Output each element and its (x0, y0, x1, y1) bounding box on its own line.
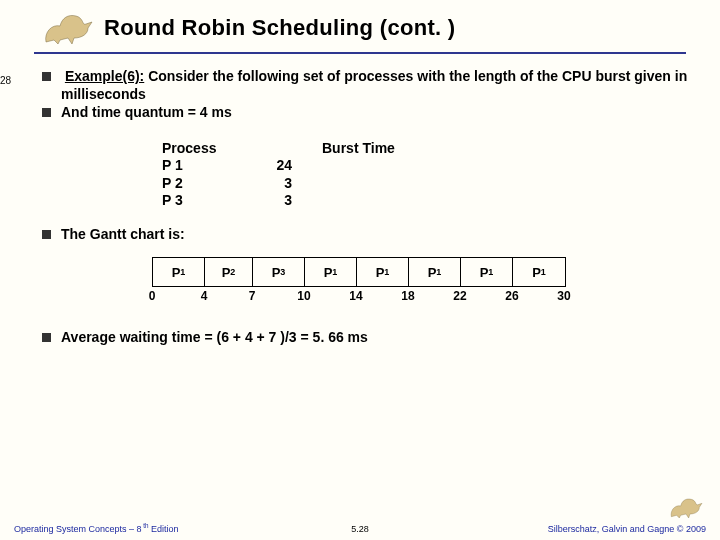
gantt-tick: 10 (297, 289, 310, 303)
footer-right-text: Silberschatz, Galvin and Gagne © 2009 (548, 524, 706, 534)
gantt-tick: 14 (349, 289, 362, 303)
gantt-cell: P1 (153, 258, 205, 286)
side-page-number: 28 (0, 75, 11, 86)
bullet-gantt-text: The Gantt chart is: (61, 226, 185, 244)
bullet-example: Example(6): Consider the following set o… (42, 68, 700, 103)
slide: 28 Round Robin Scheduling (cont. ) Examp… (0, 0, 720, 540)
dinosaur-icon (666, 494, 706, 522)
col-header-burst: Burst Time (322, 140, 395, 158)
bullet-example-text: Consider the following set of processes … (61, 68, 687, 102)
bullet-quantum-text: And time quantum = 4 ms (61, 104, 232, 122)
burst-cell: 24 (232, 157, 292, 175)
proc-cell: P 1 (162, 157, 232, 175)
gantt-tick: 22 (453, 289, 466, 303)
slide-header: Round Robin Scheduling (cont. ) (0, 8, 720, 54)
proc-cell: P 3 (162, 192, 232, 210)
bullet-marker-icon (42, 72, 51, 81)
slide-title: Round Robin Scheduling (cont. ) (104, 15, 455, 41)
slide-content: Example(6): Consider the following set o… (42, 68, 700, 348)
bullet-average-text: Average waiting time = (6 + 4 + 7 )/3 = … (61, 329, 368, 347)
gantt-tick: 0 (149, 289, 156, 303)
bullet-marker-icon (42, 333, 51, 342)
gantt-tick: 18 (401, 289, 414, 303)
burst-cell: 3 (232, 192, 292, 210)
gantt-tick: 4 (201, 289, 208, 303)
gantt-cell: P1 (409, 258, 461, 286)
col-header-process: Process (162, 140, 322, 158)
bullet-average: Average waiting time = (6 + 4 + 7 )/3 = … (42, 329, 700, 347)
bullet-marker-icon (42, 230, 51, 239)
gantt-cell: P2 (205, 258, 253, 286)
gantt-tick: 7 (249, 289, 256, 303)
gantt-cell: P3 (253, 258, 305, 286)
gantt-cell: P1 (461, 258, 513, 286)
gantt-cell: P1 (513, 258, 565, 286)
gantt-tick: 30 (557, 289, 570, 303)
proc-cell: P 2 (162, 175, 232, 193)
bullet-marker-icon (42, 108, 51, 117)
dinosaur-icon (38, 8, 98, 48)
burst-cell: 3 (232, 175, 292, 193)
bullet-gantt: The Gantt chart is: (42, 226, 700, 244)
footer-page-number: 5.28 (245, 524, 476, 534)
gantt-cell: P1 (305, 258, 357, 286)
title-underline (34, 52, 686, 54)
footer-left-text: Operating System Concepts – 8 th Edition (14, 524, 179, 534)
gantt-tick: 26 (505, 289, 518, 303)
bullet-quantum: And time quantum = 4 ms (42, 104, 700, 122)
gantt-chart: P1P2P3P1P1P1P1P1 047101418222630 (152, 257, 700, 305)
bullet-example-label: Example(6): (65, 68, 144, 84)
gantt-cell: P1 (357, 258, 409, 286)
process-table: Process Burst Time P 1 P 2 P 3 24 3 3 (162, 140, 700, 210)
slide-footer: Operating System Concepts – 8 th Edition… (0, 494, 720, 534)
